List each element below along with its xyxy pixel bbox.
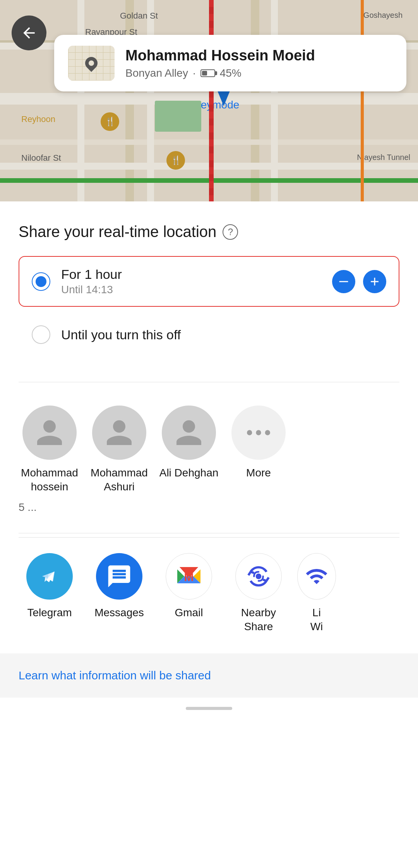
duration-option-indefinite[interactable]: Until you turn this off: [19, 315, 399, 355]
svg-line-9: [263, 580, 267, 581]
gmail-icon: M: [175, 562, 203, 590]
svg-rect-0: [339, 281, 348, 282]
park: [155, 101, 201, 132]
duration-1hour-sublabel: Until 14:13: [61, 284, 332, 296]
battery-percent: 45%: [220, 67, 242, 79]
bottom-sheet: Share your real-time location ? For 1 ho…: [0, 201, 418, 868]
share-section: Share your real-time location ? For 1 ho…: [19, 201, 399, 378]
battery-body: [200, 69, 215, 77]
svg-point-3: [265, 430, 270, 435]
svg-text:M: M: [184, 571, 194, 583]
divider-2: [19, 533, 399, 533]
app-item-nearby-share[interactable]: NearbyShare: [228, 553, 290, 634]
apps-section: Telegram Messages: [19, 537, 399, 653]
user-card-map-thumbnail: [68, 46, 115, 81]
app-item-telegram[interactable]: Telegram: [19, 553, 81, 634]
radio-1hour-fill: [36, 276, 46, 287]
bottom-handle-bar: [186, 707, 232, 710]
messages-icon: [106, 563, 132, 590]
minus-icon: [337, 275, 350, 288]
user-meta: Bonyan Alley · 45%: [125, 67, 392, 79]
telegram-icon: [36, 563, 63, 590]
person-icon-2: [104, 417, 135, 448]
map-label-niayesh: Niayesh Tunnel: [357, 153, 410, 162]
user-name: Mohammad Hossein Moeid: [125, 47, 392, 65]
decrease-duration-button[interactable]: [332, 270, 355, 293]
app-item-messages[interactable]: Messages: [88, 553, 150, 634]
plus-icon: [368, 275, 381, 288]
learn-more-link[interactable]: Learn what information will be shared: [19, 669, 211, 682]
divider-1: [19, 382, 399, 382]
app-name-telegram: Telegram: [27, 606, 72, 620]
duration-indefinite-text: Until you turn this off: [61, 327, 386, 342]
contact-item-ali-dehghan[interactable]: Ali Dehghan: [158, 406, 220, 494]
contact-name-1: Mohammadhossein: [21, 466, 78, 494]
svg-line-8: [266, 578, 269, 581]
contacts-scroll-row: Mohammadhossein MohammadAshuri Ali Dehgh…: [19, 402, 399, 498]
contact-name-3: Ali Dehghan: [159, 466, 219, 480]
map-label-goldan: Goldan St: [120, 11, 158, 21]
svg-line-6: [248, 572, 251, 575]
learn-more-section: Learn what information will be shared: [0, 653, 418, 698]
map-section: Goldan St Ravanpour St Goshayesh Reyhoon…: [0, 0, 418, 201]
duration-controls: [332, 270, 386, 293]
back-button[interactable]: [12, 15, 46, 50]
contacts-count: 5 ...: [19, 501, 399, 514]
svg-point-1: [247, 430, 252, 435]
back-arrow-icon: [21, 24, 38, 41]
radio-1hour: [32, 272, 50, 291]
increase-duration-button[interactable]: [363, 270, 386, 293]
user-card-info: Mohammad Hossein Moeid Bonyan Alley · 45…: [125, 47, 392, 79]
contact-avatar-1: [22, 406, 77, 460]
map-label-niloofar: Niloofar St: [21, 153, 61, 163]
map-pin-inner: [89, 60, 94, 66]
wifi-icon: [305, 565, 328, 588]
app-name-messages: Messages: [94, 606, 144, 620]
person-icon-3: [173, 417, 204, 448]
contact-avatar-more: [231, 406, 286, 460]
telegram-icon-circle: [26, 553, 73, 600]
contact-name-more: More: [246, 466, 271, 480]
share-title-row: Share your real-time location ?: [19, 223, 399, 241]
map-label-goshayesh: Goshayesh: [363, 11, 403, 20]
nearby-share-icon: [245, 563, 272, 590]
duration-option-1hour[interactable]: For 1 hour Until 14:13: [19, 256, 399, 307]
battery-indicator: [200, 69, 215, 77]
radio-indefinite: [32, 325, 50, 344]
contact-name-2: MohammadAshuri: [91, 466, 148, 494]
duration-1hour-label: For 1 hour: [61, 267, 332, 282]
more-dots-icon: [243, 417, 274, 448]
user-info-card: Mohammad Hossein Moeid Bonyan Alley · 45…: [54, 35, 406, 91]
user-location: Bonyan Alley: [125, 67, 188, 79]
svg-line-7: [251, 572, 254, 573]
app-name-wifi: LiWi: [310, 606, 323, 634]
nearby-share-icon-circle: [235, 553, 282, 600]
messages-icon-circle: [96, 553, 142, 600]
map-direction-pin: [217, 89, 231, 106]
wifi-icon-circle: [297, 553, 336, 600]
svg-point-2: [256, 430, 261, 435]
app-name-nearby-share: NearbyShare: [241, 606, 276, 634]
help-icon-button[interactable]: ?: [223, 224, 238, 240]
person-icon-1: [34, 417, 65, 448]
duration-1hour-text: For 1 hour Until 14:13: [61, 267, 332, 296]
contact-item-mohammad-hossein[interactable]: Mohammadhossein: [19, 406, 81, 494]
svg-point-10: [256, 573, 262, 579]
duration-indefinite-label: Until you turn this off: [61, 327, 386, 342]
separator: ·: [193, 67, 196, 79]
app-name-gmail: Gmail: [175, 606, 203, 620]
contact-item-more[interactable]: More: [228, 406, 290, 494]
contact-item-mohammad-ashuri[interactable]: MohammadAshuri: [88, 406, 150, 494]
contacts-section: Mohammadhossein MohammadAshuri Ali Dehgh…: [19, 386, 399, 529]
bottom-handle-area: [19, 698, 399, 718]
map-label-reyhoon: Reyhoon: [21, 114, 55, 124]
gmail-icon-circle: M: [166, 553, 212, 600]
orange-road: [361, 0, 364, 201]
red-road: [209, 0, 214, 201]
contact-avatar-2: [92, 406, 146, 460]
contact-avatar-3: [162, 406, 216, 460]
app-item-gmail[interactable]: M Gmail: [158, 553, 220, 634]
share-title-text: Share your real-time location: [19, 223, 216, 241]
app-item-wifi[interactable]: LiWi: [297, 553, 336, 634]
battery-fill: [202, 71, 207, 76]
